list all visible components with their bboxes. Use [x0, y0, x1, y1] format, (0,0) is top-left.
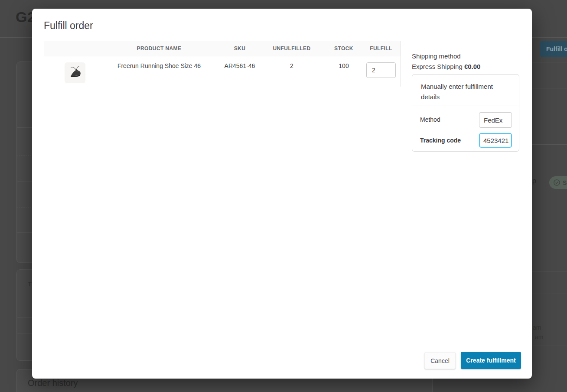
table-header-row: PRODUCT NAME SKU UNFULFILLED STOCK FULFI…	[44, 41, 401, 56]
table-row: Freerun Running Shoe Size 46 AR4561-46 2…	[44, 56, 401, 87]
fulfill-items-table: PRODUCT NAME SKU UNFULFILLED STOCK FULFI…	[44, 41, 401, 87]
fulfillment-card-title: Manually enter fulfillment details	[421, 81, 508, 102]
cancel-button[interactable]: Cancel	[424, 352, 456, 369]
table-header-product-name: PRODUCT NAME	[96, 45, 222, 52]
table-header-stock: STOCK	[326, 45, 361, 52]
fulfill-quantity-input[interactable]	[366, 62, 396, 78]
fulfillment-details-card: Manually enter fulfillment details Metho…	[412, 74, 519, 152]
sneaker-icon	[65, 63, 85, 82]
shipping-price: €0.00	[464, 63, 481, 70]
tracking-code-input[interactable]: 4523421	[479, 133, 512, 148]
modal-title: Fulfill order	[44, 20, 93, 32]
tracking-code-value: 4523421	[483, 137, 508, 144]
product-name-cell: Freerun Running Shoe Size 46	[96, 62, 222, 69]
table-header-fulfill: FULFILL	[361, 45, 401, 52]
unfulfilled-cell: 2	[257, 62, 326, 69]
method-label: Method	[420, 116, 440, 123]
card-divider	[412, 106, 519, 106]
fulfill-order-modal: Fulfill order PRODUCT NAME SKU UNFULFILL…	[32, 9, 532, 379]
shipping-method-value: Express Shipping €0.00	[412, 63, 480, 70]
fulfill-cell	[361, 62, 401, 78]
product-thumbnail-cell	[44, 62, 96, 83]
stock-cell: 100	[326, 62, 361, 69]
shipping-method-name: Express Shipping	[412, 63, 463, 70]
sku-cell: AR4561-46	[222, 62, 257, 69]
product-thumbnail	[65, 62, 85, 83]
table-header-unfulfilled: UNFULFILLED	[257, 45, 326, 52]
shipping-method-heading: Shipping method	[412, 52, 461, 60]
method-input[interactable]	[479, 112, 512, 128]
table-header-sku: SKU	[222, 45, 257, 52]
tracking-code-label: Tracking code	[420, 137, 461, 144]
create-fulfillment-button[interactable]: Create fulfillment	[461, 352, 521, 369]
